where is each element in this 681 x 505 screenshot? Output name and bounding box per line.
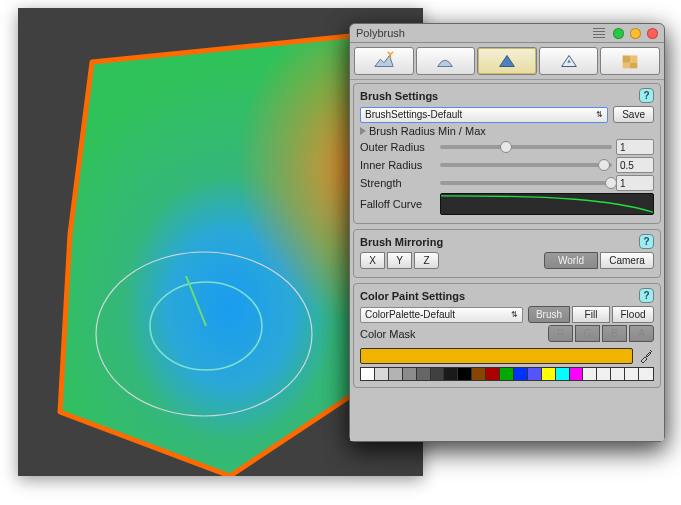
save-button[interactable]: Save xyxy=(613,106,654,123)
palette-swatch[interactable] xyxy=(556,368,570,380)
tab-texture[interactable] xyxy=(600,47,660,75)
outer-radius-slider[interactable] xyxy=(440,145,612,149)
strength-slider[interactable] xyxy=(440,181,612,185)
palette-swatch[interactable] xyxy=(458,368,472,380)
svg-rect-0 xyxy=(623,56,630,63)
inner-radius-label: Inner Radius xyxy=(360,159,436,171)
palette-swatch[interactable] xyxy=(472,368,486,380)
mirror-space-group: World Camera xyxy=(544,252,654,269)
color-mask-label: Color Mask xyxy=(360,328,543,340)
palette-swatch[interactable] xyxy=(431,368,445,380)
chevron-updown-icon: ⇅ xyxy=(596,110,603,119)
tab-paint[interactable] xyxy=(477,47,537,75)
traffic-yellow[interactable] xyxy=(630,28,641,39)
panel-menu-icon[interactable] xyxy=(593,28,605,38)
color-paint-heading: Color Paint Settings xyxy=(360,290,465,302)
mode-flood-button[interactable]: Flood xyxy=(612,306,654,323)
palette-swatch[interactable] xyxy=(361,368,375,380)
svg-rect-1 xyxy=(630,56,637,63)
traffic-red[interactable] xyxy=(647,28,658,39)
tab-prefab[interactable] xyxy=(539,47,599,75)
outer-radius-label: Outer Radius xyxy=(360,141,436,153)
help-icon[interactable]: ? xyxy=(639,234,654,249)
brush-preset-label: BrushSettings-Default xyxy=(365,109,462,120)
mirror-z-button[interactable]: Z xyxy=(414,252,439,269)
palette-swatch[interactable] xyxy=(514,368,528,380)
mask-g-button[interactable]: G xyxy=(575,325,600,342)
palette-swatch[interactable] xyxy=(542,368,556,380)
strength-field[interactable]: 1 xyxy=(616,175,654,191)
chevron-updown-icon: ⇅ xyxy=(511,310,518,319)
tool-tab-bar xyxy=(350,43,664,80)
palette-swatch[interactable] xyxy=(403,368,417,380)
color-paint-section: Color Paint Settings ? ColorPalette-Defa… xyxy=(353,283,661,388)
traffic-green[interactable] xyxy=(613,28,624,39)
palette-swatch[interactable] xyxy=(389,368,403,380)
mode-fill-button[interactable]: Fill xyxy=(572,306,610,323)
svg-rect-3 xyxy=(630,63,637,69)
mirroring-heading: Brush Mirroring xyxy=(360,236,443,248)
current-color-field[interactable] xyxy=(360,348,633,364)
brush-settings-section: Brush Settings ? BrushSettings-Default ⇅… xyxy=(353,83,661,224)
strength-label: Strength xyxy=(360,177,436,189)
palette-swatch[interactable] xyxy=(611,368,625,380)
mirror-axis-group: X Y Z xyxy=(360,252,439,269)
mirror-y-button[interactable]: Y xyxy=(387,252,412,269)
polybrush-panel: Polybrush Brush Settings ? xyxy=(349,23,665,442)
tab-smooth[interactable] xyxy=(416,47,476,75)
palette-swatch[interactable] xyxy=(486,368,500,380)
mirror-space-world[interactable]: World xyxy=(544,252,598,269)
brush-mirroring-section: Brush Mirroring ? X Y Z World Camera xyxy=(353,229,661,278)
outer-radius-field[interactable]: 1 xyxy=(616,139,654,155)
paint-mode-group: Brush Fill Flood xyxy=(528,306,654,323)
inner-radius-slider[interactable] xyxy=(440,163,612,167)
mask-b-button[interactable]: B xyxy=(602,325,627,342)
palette-swatch[interactable] xyxy=(500,368,514,380)
eyedropper-icon[interactable] xyxy=(638,348,654,364)
mirror-x-button[interactable]: X xyxy=(360,252,385,269)
brush-preset-popup[interactable]: BrushSettings-Default ⇅ xyxy=(360,107,608,123)
brush-settings-heading: Brush Settings xyxy=(360,90,438,102)
palette-swatch[interactable] xyxy=(639,368,653,380)
falloff-curve-field[interactable] xyxy=(440,193,654,215)
radius-minmax-label: Brush Radius Min / Max xyxy=(369,125,486,137)
help-icon[interactable]: ? xyxy=(639,88,654,103)
palette-swatch[interactable] xyxy=(528,368,542,380)
mirror-space-camera[interactable]: Camera xyxy=(600,252,654,269)
palette-swatch[interactable] xyxy=(597,368,611,380)
help-icon[interactable]: ? xyxy=(639,288,654,303)
palette-swatch[interactable] xyxy=(417,368,431,380)
palette-swatch[interactable] xyxy=(444,368,458,380)
mask-r-button[interactable]: R xyxy=(548,325,573,342)
palette-swatch[interactable] xyxy=(570,368,584,380)
inner-radius-field[interactable]: 0.5 xyxy=(616,157,654,173)
palette-popup[interactable]: ColorPalette-Default ⇅ xyxy=(360,307,523,323)
falloff-label: Falloff Curve xyxy=(360,198,436,210)
palette-swatches[interactable] xyxy=(360,367,654,381)
panel-title: Polybrush xyxy=(356,27,593,39)
panel-titlebar[interactable]: Polybrush xyxy=(350,24,664,43)
palette-popup-label: ColorPalette-Default xyxy=(365,309,455,320)
window-controls xyxy=(593,28,658,39)
tab-raise-lower[interactable] xyxy=(354,47,414,75)
mask-a-button[interactable]: A xyxy=(629,325,654,342)
triangle-right-icon xyxy=(360,127,366,135)
radius-minmax-foldout[interactable]: Brush Radius Min / Max xyxy=(360,125,654,137)
palette-swatch[interactable] xyxy=(583,368,597,380)
color-mask-group: R G B A xyxy=(548,325,654,342)
palette-swatch[interactable] xyxy=(625,368,639,380)
mode-brush-button[interactable]: Brush xyxy=(528,306,570,323)
palette-swatch[interactable] xyxy=(375,368,389,380)
svg-rect-2 xyxy=(623,63,630,69)
